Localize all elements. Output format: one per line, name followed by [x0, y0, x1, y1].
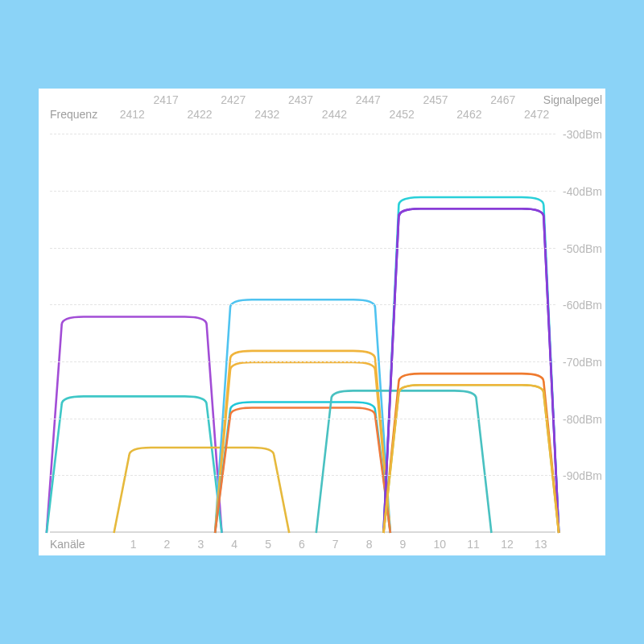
frequency-tick-label: 2457	[423, 93, 448, 106]
frequency-tick-label: 2462	[456, 108, 481, 121]
y-tick-label: -90dBm	[563, 469, 602, 482]
y-tick-label: -80dBm	[563, 413, 602, 426]
frequency-tick-label: 2472	[524, 108, 549, 121]
frequency-tick-label: 2417	[154, 93, 179, 106]
signal-curve-net-ch11-orange	[383, 374, 559, 533]
frequency-tick-label: 2432	[254, 108, 279, 121]
signal-curve-net-ch6-cyan	[215, 402, 390, 533]
gridline	[50, 361, 555, 362]
signal-curve-net-ch3-gold	[114, 448, 290, 533]
y-tick-label: -70dBm	[563, 356, 602, 369]
frequency-tick-label: 2442	[322, 108, 347, 121]
channel-tick-label: 3	[197, 538, 204, 551]
signal-curve-net-ch6-orange	[215, 408, 390, 533]
frequency-tick-label: 2467	[490, 93, 515, 106]
frequency-tick-label: 2412	[120, 108, 145, 121]
y-tick-label: -30dBm	[563, 128, 602, 141]
channel-tick-label: 10	[433, 538, 446, 551]
gridline	[50, 419, 555, 419]
channel-tick-label: 4	[231, 538, 237, 551]
channel-tick-label: 6	[299, 538, 305, 551]
frequency-tick-label: 2452	[390, 108, 415, 121]
channel-tick-label: 12	[501, 538, 514, 551]
channel-tick-label: 11	[467, 538, 480, 551]
signal-curve-net-ch11-blue	[383, 208, 559, 533]
signal-curve-net-ch11-purple	[383, 208, 559, 533]
signal-curve-net-ch11-lime	[383, 385, 559, 533]
gridline	[50, 191, 555, 192]
frequency-tick-label: 2427	[221, 93, 246, 106]
gridline	[50, 304, 555, 305]
signal-curve-net-ch9-teal	[316, 390, 492, 533]
channel-tick-label: 8	[366, 538, 373, 551]
frequency-tick-label: 2437	[288, 93, 313, 106]
frequency-tick-label: 2422	[187, 108, 212, 121]
channel-tick-label: 2	[164, 538, 171, 551]
signal-curves	[50, 106, 555, 533]
signal-axis-title: Signalpegel	[543, 93, 602, 106]
signal-curve-net-ch6-amber1	[215, 351, 390, 533]
wifi-spectrum-chart: Frequenz Signalpegel Kanäle -30dBm-40dBm…	[39, 89, 605, 555]
frequency-tick-label: 2447	[356, 93, 381, 106]
gridline	[50, 248, 555, 249]
gridline	[50, 475, 555, 476]
channel-tick-label: 7	[332, 538, 339, 551]
channels-axis-title: Kanäle	[50, 538, 85, 551]
channel-tick-label: 1	[130, 538, 137, 551]
channel-tick-label: 9	[400, 538, 407, 551]
y-tick-label: -60dBm	[563, 299, 602, 312]
gridline	[50, 134, 555, 134]
signal-curve-net-ch1-purple	[47, 316, 222, 533]
channel-tick-label: 13	[535, 538, 547, 551]
y-tick-label: -40dBm	[563, 185, 602, 198]
channel-tick-label: 5	[265, 538, 271, 551]
signal-curve-net-ch11-amber	[383, 385, 559, 533]
signal-curve-net-ch6-sky	[215, 299, 390, 533]
signal-curve-net-ch1-teal	[47, 396, 222, 533]
y-tick-label: -50dBm	[563, 242, 602, 255]
